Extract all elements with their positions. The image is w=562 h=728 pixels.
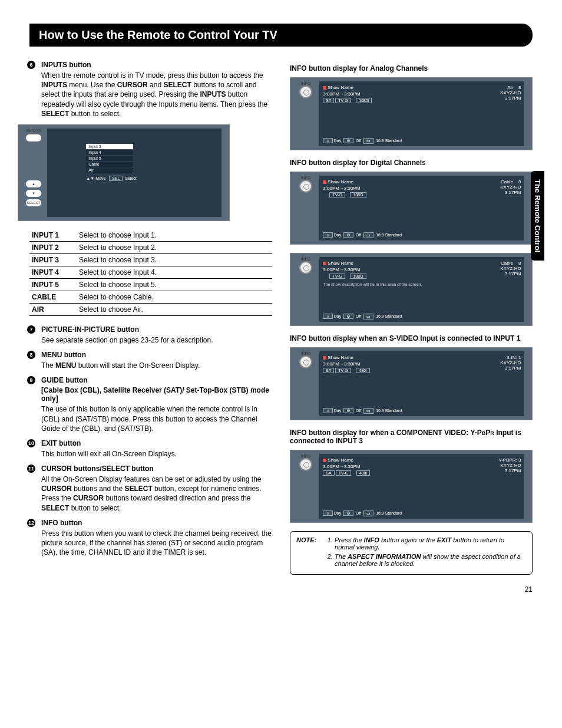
list-item: Input 3: [86, 144, 133, 150]
info-button-icon: [299, 261, 312, 274]
screen-analog: INFO Show Name 3:00PM→3:30PM STTV-G 1080…: [290, 77, 533, 150]
badge-6: 6: [27, 61, 35, 69]
list-item: Input 4: [86, 150, 133, 156]
table-row: INPUT 5Select to choose Input 5.: [29, 278, 272, 291]
record-icon: [323, 180, 326, 184]
record-icon: [323, 262, 326, 265]
record-icon: [323, 86, 326, 90]
item-pip-button: 7 PICTURE-IN-PICTURE button See separate…: [41, 325, 272, 345]
up-arrow-icon: ▲: [25, 180, 42, 188]
info-label: INFO: [294, 257, 318, 261]
inputs-footer: ▲▼ Move SEL Select: [86, 176, 218, 181]
heading-analog: INFO button display for Analog Channels: [290, 64, 533, 73]
info-button-icon: [299, 180, 312, 193]
heading-component: INFO button display for when a COMPONENT…: [290, 429, 533, 445]
table-row: INPUT 4Select to choose Input 4.: [29, 266, 272, 278]
item-cursor-select-button: 11 CURSOR buttons/SELECT button All the …: [41, 465, 272, 513]
item-exit-button: 10 EXIT button This button will exit all…: [41, 439, 272, 459]
select-button-icon: SELECT: [25, 199, 42, 207]
item-title: INPUTS button: [41, 61, 272, 69]
down-arrow-icon: ▼: [25, 189, 42, 197]
item-menu-button: 8 MENU button The MENU button will start…: [41, 351, 272, 370]
screen-digital-2: INFO Show Name 3:00PM→3:30PM TV-G 1080i …: [290, 253, 533, 326]
inputs-table: INPUT 1Select to choose Input 1. INPUT 2…: [29, 229, 272, 316]
note-item: Press the INFO button again or the EXIT …: [335, 536, 525, 551]
badge-8: 8: [27, 351, 35, 359]
info-label: INFO: [294, 81, 318, 85]
list-item: Input 5: [86, 156, 133, 162]
note-item: The ASPECT INFORMATION will show the asp…: [335, 553, 525, 567]
badge-9: 9: [27, 376, 35, 384]
info-button-icon: [299, 458, 312, 471]
item-info-button: 12 INFO button Press this button when yo…: [41, 519, 272, 558]
info-button-icon: [299, 355, 312, 368]
table-row: INPUT 2Select to choose Input 2.: [29, 241, 272, 253]
inputs-button-icon: [25, 134, 42, 142]
page-title: How to Use the Remote to Control Your TV: [29, 24, 533, 47]
note-label: NOTE:: [296, 536, 325, 543]
item-inputs-button: 6 INPUTS button When the remote control …: [41, 61, 272, 118]
info-label: INFO: [294, 176, 318, 180]
screen-digital-1: INFO Show Name 3:00PM→3:30PM TV-G 1080i …: [290, 172, 533, 245]
page-number: 21: [29, 585, 533, 594]
inputs-label: INPUTS: [22, 129, 45, 133]
badge-7: 7: [27, 325, 35, 334]
info-label: INFO: [294, 351, 318, 355]
inputs-screen: INPUTS ▲ ▼ SELECT Input 3 Input 4 Input …: [18, 124, 230, 221]
heading-svideo: INFO button display when an S-VIDEO Inpu…: [290, 334, 533, 342]
record-icon: [323, 356, 326, 360]
section-tab: The Remote Control: [531, 171, 544, 261]
info-button-icon: [299, 85, 312, 98]
badge-12: 12: [27, 519, 35, 527]
inputs-menu-list: Input 3 Input 4 Input 5 Cable Air: [86, 144, 133, 173]
note-box: NOTE: Press the INFO button again or the…: [290, 531, 533, 575]
badge-11: 11: [27, 465, 35, 473]
heading-digital: INFO button display for Digital Channels: [290, 159, 533, 167]
badge-10: 10: [27, 439, 35, 447]
info-label: INFO: [294, 454, 318, 458]
screen-component: INFO Show Name 3:00PM→3:30PM SATV-G 480i…: [290, 450, 533, 523]
record-icon: [323, 459, 326, 462]
list-item: Air: [86, 167, 133, 173]
item-body: When the remote control is in TV mode, p…: [41, 71, 272, 118]
description-area: The show description will be in this are…: [323, 282, 521, 286]
table-row: CABLESelect to choose Cable.: [29, 291, 272, 303]
list-item: Cable: [86, 162, 133, 167]
screen-svideo: INFO Show Name 3:00PM→3:30PM STTV-G 480i…: [290, 347, 533, 420]
table-row: INPUT 3Select to choose Input 3.: [29, 253, 272, 266]
table-row: INPUT 1Select to choose Input 1.: [29, 229, 272, 242]
table-row: AIRSelect to choose Air.: [29, 303, 272, 315]
guide-subtitle: [Cable Box (CBL), Satellite Receiver (SA…: [41, 386, 272, 403]
item-guide-button: 9 GUIDE button [Cable Box (CBL), Satelli…: [41, 376, 272, 433]
